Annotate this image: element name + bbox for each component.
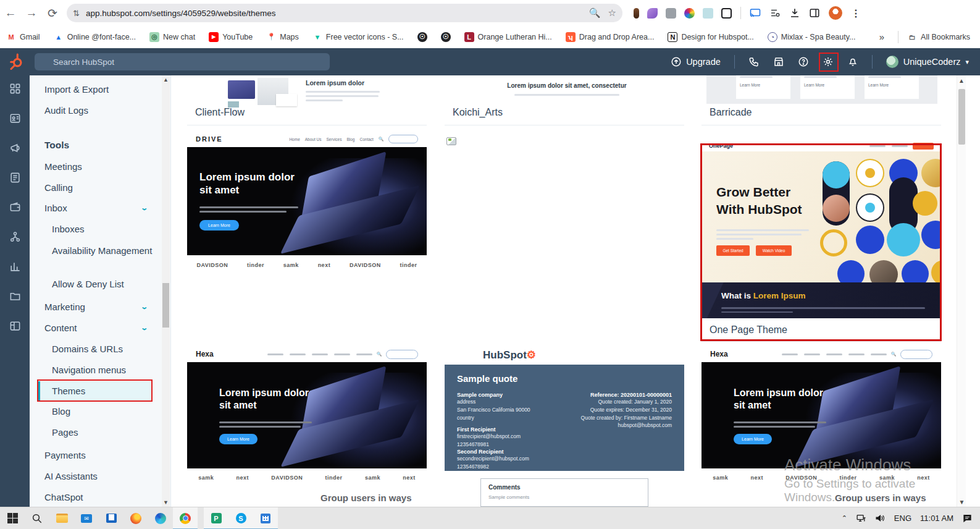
action-center-icon[interactable] (962, 514, 973, 523)
sidebar-item-import-export[interactable]: Import & Export (30, 84, 162, 95)
sidebar-item-meetings[interactable]: Meetings (30, 161, 162, 172)
scrollbar-thumb[interactable] (958, 89, 965, 145)
back-button[interactable]: ← (0, 2, 21, 23)
site-info-icon[interactable]: ⇅ (73, 9, 80, 18)
theme-card-quote[interactable]: HubSpot⚙ Sample quote Sample company add… (445, 345, 684, 507)
hubspot-search-input[interactable] (35, 53, 330, 70)
scroll-down-arrow[interactable]: ▼ (162, 498, 170, 507)
bookmark-dragdrop[interactable]: ʮDrag and Drop Area... (566, 32, 655, 42)
sidebar-item-content[interactable]: Content⌄ (30, 323, 162, 333)
page-scrollbar[interactable]: ▲ ▼ (957, 75, 966, 507)
chrome-icon[interactable] (173, 507, 198, 529)
browser-menu-icon[interactable]: ⋮ (851, 7, 861, 19)
bookmark-site[interactable]: ☉ (417, 32, 427, 42)
theme-card-hexa-left[interactable]: Hexa 🔍 Lorem ipsum dolor sit amet Learn … (187, 345, 427, 507)
extension-icon[interactable] (647, 8, 658, 19)
bookmark-maps[interactable]: 📍Maps (266, 32, 299, 42)
dashboard-grid-icon[interactable] (9, 83, 21, 95)
sidebar-item-calling[interactable]: Calling (30, 182, 162, 193)
help-icon[interactable] (798, 56, 809, 67)
media-controls-icon[interactable] (769, 7, 781, 19)
skype-icon[interactable]: S (228, 507, 253, 529)
bookmark-lutheran[interactable]: LOrange Lutheran Hi... (464, 32, 552, 42)
forward-button[interactable]: → (21, 2, 42, 23)
sidebar-item-domains-urls[interactable]: Domains & URLs (30, 344, 162, 354)
all-bookmarks-button[interactable]: 🗀All Bookmarks (907, 32, 970, 42)
chevron-down-icon[interactable]: ⌄ (140, 324, 148, 332)
bookmark-mixlax[interactable]: ◔Mixlax - Spa Beauty... (768, 32, 856, 42)
theme-card-barricade[interactable]: Learn More Learn More Learn More Barrica… (701, 75, 941, 127)
colorwheel-extension-icon[interactable] (684, 8, 695, 19)
scroll-down-arrow[interactable]: ▼ (957, 497, 966, 507)
microsoft-store-icon[interactable] (99, 507, 124, 529)
volume-icon[interactable] (875, 514, 886, 523)
file-explorer-icon[interactable] (49, 507, 74, 529)
automation-workflow-icon[interactable] (9, 231, 21, 243)
notifications-bell-icon[interactable] (847, 56, 858, 67)
download-icon[interactable] (789, 7, 800, 19)
theme-card-infinity[interactable]: DRIVE Home About Us Services Blog Contac… (187, 130, 427, 340)
hubspot-sprocket-logo[interactable] (7, 53, 26, 71)
sidebar-item-marketing[interactable]: Marketing⌄ (30, 302, 162, 312)
scroll-up-arrow[interactable]: ▲ (162, 75, 170, 84)
sidebar-item-navigation-menus[interactable]: Navigation menus (30, 365, 162, 375)
tray-chevron-icon[interactable]: ⌃ (842, 514, 847, 522)
firefox-icon[interactable] (124, 507, 148, 529)
calendar-app-icon[interactable] (253, 507, 278, 529)
contacts-icon[interactable] (9, 112, 21, 124)
bookmarks-overflow-chevron[interactable]: » (879, 32, 884, 42)
theme-card-client-flow[interactable]: Lorem ipsum dolor Client-Flow (187, 75, 427, 127)
url-text[interactable]: app.hubspot.com/settings/4059529/website… (86, 9, 582, 18)
upgrade-button[interactable]: Upgrade (671, 56, 721, 67)
bookmark-star-icon[interactable]: ☆ (608, 7, 616, 19)
sidebar-item-inboxes[interactable]: Inboxes (30, 224, 162, 234)
scrollbar-thumb[interactable] (162, 283, 169, 328)
sidebar-item-inbox[interactable]: Inbox⌄ (30, 203, 162, 213)
edge-icon[interactable] (148, 507, 173, 529)
start-button[interactable] (0, 507, 25, 529)
reload-button[interactable]: ⟳ (42, 2, 63, 23)
bookmark-flaticon[interactable]: ▼Free vector icons - S... (312, 32, 404, 42)
sidebar-item-pages[interactable]: Pages (30, 427, 162, 438)
bookmark-gmail[interactable]: MGmail (6, 32, 40, 42)
language-indicator[interactable]: ENG (894, 514, 911, 523)
chevron-down-icon[interactable]: ⌄ (140, 204, 148, 212)
reporting-chart-icon[interactable] (9, 261, 21, 273)
marketplace-icon[interactable] (773, 56, 784, 67)
sidebar-item-blog[interactable]: Blog (30, 406, 162, 417)
green-p-app-icon[interactable]: P (204, 507, 228, 529)
bookmark-notion[interactable]: NDesign for Hubspot... (668, 32, 753, 42)
sidebar-item-audit-logs[interactable]: Audit Logs (30, 105, 162, 116)
network-icon[interactable] (856, 514, 866, 523)
extension-icon[interactable] (634, 8, 639, 19)
address-bar[interactable]: ⇅ app.hubspot.com/settings/4059529/websi… (67, 4, 622, 22)
commerce-wallet-icon[interactable] (9, 201, 21, 213)
bookmark-youtube[interactable]: ▶YouTube (209, 32, 253, 42)
sidebar-item-chatspot[interactable]: ChatSpot (30, 492, 162, 502)
sidebar-item-payments[interactable]: Payments (30, 450, 162, 460)
marketing-megaphone-icon[interactable] (9, 142, 21, 154)
data-layout-icon[interactable] (9, 320, 21, 332)
chevron-down-icon[interactable]: ⌄ (140, 303, 148, 311)
sidebar-item-ai-assistants[interactable]: AI Assistants (30, 471, 162, 481)
taskbar-search-button[interactable] (25, 507, 49, 529)
camera-extension-icon[interactable] (666, 8, 676, 19)
sidebar-scrollbar[interactable]: ▲ ▼ (162, 75, 170, 507)
browser-profile-avatar[interactable] (829, 6, 842, 20)
clock[interactable]: 11:01 AM (920, 514, 953, 523)
cast-icon[interactable] (750, 7, 761, 19)
bookmark-site[interactable]: ☉ (441, 32, 451, 42)
mail-icon[interactable]: ✉ (74, 507, 99, 529)
bookmark-fontface[interactable]: ▲Online @font-face... (54, 32, 136, 42)
side-panel-icon[interactable] (809, 7, 820, 19)
sidebar-item-allow-deny-list[interactable]: Allow & Deny List (30, 279, 162, 289)
theme-card-koichi-arts[interactable]: Lorem ipsum dolor sit amet, consectetur … (445, 75, 684, 127)
chart-extension-icon[interactable] (703, 8, 713, 19)
sidebar-item-availability-management[interactable]: Availability Management (30, 244, 162, 258)
content-document-icon[interactable] (9, 172, 21, 184)
bookmark-newchat[interactable]: ◎New chat (149, 32, 195, 42)
search-icon[interactable]: 🔍 (589, 7, 601, 19)
files-folder-icon[interactable] (9, 290, 21, 302)
scroll-up-arrow[interactable]: ▲ (957, 75, 966, 85)
clipboard-extension-icon[interactable] (721, 8, 732, 19)
